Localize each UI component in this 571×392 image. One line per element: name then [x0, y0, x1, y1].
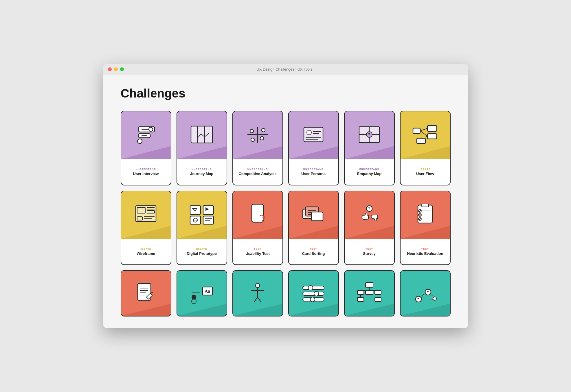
- card-card-sorting[interactable]: TEST Card Sorting: [288, 191, 339, 265]
- cards-grid: UNDERSTAND User Interview: [121, 111, 451, 316]
- card-category: UNDERSTAND: [303, 168, 324, 170]
- svg-point-118: [425, 289, 431, 295]
- card-heuristic-evaluation[interactable]: TEST Heuristic Evaluation: [400, 191, 451, 265]
- card-research-doc[interactable]: [121, 270, 171, 316]
- minimize-button[interactable]: [114, 67, 118, 71]
- card-competitive-analysis[interactable]: UNDERSTAND Competitive Analysis: [232, 111, 283, 185]
- card-accessibility[interactable]: [232, 270, 283, 316]
- svg-rect-101: [303, 286, 324, 290]
- wireframe-icon: [133, 203, 159, 226]
- card-prototype-flow[interactable]: [288, 270, 339, 316]
- accessibility-icon: [246, 281, 269, 305]
- card-label: Heuristic Evaluation: [407, 251, 443, 256]
- heuristic-evaluation-icon: [414, 203, 437, 227]
- card-category: IDEATE: [420, 168, 431, 170]
- card-icon-area: [233, 271, 282, 316]
- svg-point-106: [310, 297, 315, 302]
- usability-test-icon: [246, 203, 269, 227]
- card-icon-area: ?: [345, 191, 394, 239]
- svg-rect-114: [357, 297, 364, 301]
- card-info: IDEATE Wireframe: [121, 239, 171, 264]
- svg-text:Aa: Aa: [205, 289, 210, 294]
- svg-point-16: [251, 138, 254, 141]
- card-digital-prototype[interactable]: IDEATE Digital Prototype: [177, 191, 227, 265]
- app-window: UX Design Challenges | UX Tools · Challe…: [103, 64, 468, 328]
- card-icon-area: [233, 111, 282, 159]
- svg-text:?: ?: [368, 206, 370, 211]
- svg-point-15: [262, 128, 265, 132]
- svg-point-2: [137, 139, 142, 143]
- card-category: UNDERSTAND: [136, 168, 156, 170]
- svg-rect-39: [136, 206, 156, 222]
- card-label: User Flow: [416, 172, 434, 176]
- svg-point-89: [192, 295, 196, 299]
- svg-rect-68: [311, 212, 323, 221]
- svg-line-99: [254, 297, 258, 302]
- svg-rect-102: [303, 292, 324, 295]
- card-icon-area: [345, 111, 394, 159]
- card-label: Digital Prototype: [187, 251, 217, 256]
- card-user-interview[interactable]: UNDERSTAND User Interview: [121, 111, 171, 185]
- card-label: User Persona: [301, 172, 326, 176]
- svg-rect-116: [375, 297, 381, 301]
- user-flow-icon: [412, 124, 439, 147]
- card-user-persona[interactable]: UNDERSTAND User Persona: [288, 111, 339, 185]
- card-category: TEST: [254, 248, 261, 250]
- svg-point-18: [307, 130, 311, 135]
- card-user-flow[interactable]: IDEATE User Flow: [400, 111, 451, 185]
- card-category: TEST: [366, 248, 373, 250]
- card-info: IDEATE Digital Prototype: [177, 239, 227, 264]
- card-usability-test[interactable]: TEST Usability Test: [232, 191, 283, 265]
- card-icon-area: [289, 271, 338, 316]
- card-sitemap[interactable]: [344, 270, 395, 316]
- sitemap-icon: [356, 281, 382, 305]
- card-category: UNDERSTAND: [192, 168, 212, 170]
- svg-rect-33: [417, 138, 425, 143]
- svg-rect-112: [375, 290, 381, 295]
- svg-rect-32: [427, 134, 437, 139]
- card-info: TEST Survey: [345, 239, 394, 264]
- card-label: Survey: [363, 251, 375, 256]
- close-button[interactable]: [108, 67, 112, 71]
- card-info: UNDERSTAND Journey Map: [177, 159, 227, 185]
- svg-point-14: [260, 137, 264, 140]
- svg-point-119: [433, 297, 436, 300]
- svg-point-27: [368, 133, 370, 135]
- card-label: Empathy Map: [357, 172, 382, 176]
- svg-rect-107: [366, 283, 373, 287]
- card-survey[interactable]: ? TEST Survey: [344, 191, 395, 265]
- card-info: UNDERSTAND User Persona: [289, 159, 338, 185]
- card-icon-area: [401, 271, 450, 316]
- svg-point-3: [149, 127, 153, 131]
- card-info: UNDERSTAND User Interview: [121, 159, 171, 185]
- card-icon-area: [233, 191, 282, 239]
- user-interview-icon: [133, 124, 159, 147]
- maximize-button[interactable]: [120, 67, 124, 71]
- card-icon-area: [121, 271, 171, 316]
- card-wireframe[interactable]: IDEATE Wireframe: [121, 191, 171, 265]
- card-label: Competitive Analysis: [238, 172, 276, 176]
- svg-point-96: [256, 284, 260, 288]
- page-title: Challenges: [121, 87, 451, 100]
- card-empathy-map[interactable]: UNDERSTAND Empathy Map: [344, 111, 395, 185]
- svg-point-104: [308, 286, 313, 290]
- svg-point-91: [192, 299, 196, 304]
- user-persona-icon: [300, 124, 326, 147]
- card-user-journey[interactable]: [400, 270, 451, 316]
- digital-prototype-icon: [189, 203, 215, 226]
- card-info: TEST Heuristic Evaluation: [401, 239, 450, 264]
- card-icon-area: [289, 191, 338, 239]
- card-label: Journey Map: [190, 172, 213, 176]
- main-content: Challenges: [103, 75, 468, 328]
- card-icon-area: [121, 191, 171, 239]
- svg-point-90: [197, 295, 201, 299]
- card-journey-map[interactable]: UNDERSTAND Journey Map: [177, 111, 227, 185]
- svg-rect-30: [413, 128, 420, 133]
- card-icon-area: [289, 111, 338, 159]
- svg-rect-110: [357, 290, 364, 295]
- card-label: Usability Test: [245, 251, 270, 256]
- card-icon-area: [345, 271, 394, 316]
- svg-rect-74: [422, 204, 429, 207]
- card-style-guide[interactable]: Aa: [177, 270, 227, 316]
- card-category: UNDERSTAND: [359, 168, 379, 170]
